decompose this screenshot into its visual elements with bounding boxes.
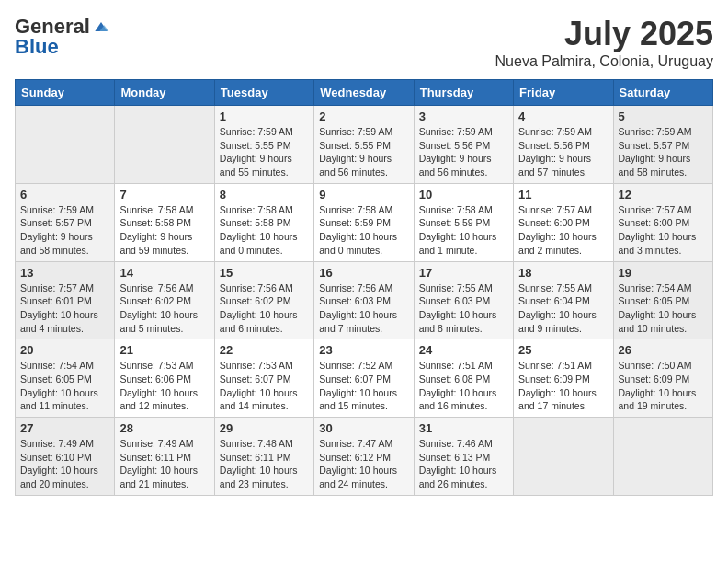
logo: General Blue — [15, 15, 110, 59]
day-number: 5 — [619, 109, 708, 123]
calendar-cell: 22Sunrise: 7:53 AM Sunset: 6:07 PM Dayli… — [214, 339, 313, 418]
day-number: 31 — [419, 421, 508, 435]
page-header: General Blue July 2025 Nueva Palmira, Co… — [15, 15, 713, 70]
day-number: 23 — [319, 343, 408, 357]
day-info: Sunrise: 7:58 AM Sunset: 5:59 PM Dayligh… — [319, 203, 408, 258]
calendar-week-row: 20Sunrise: 7:54 AM Sunset: 6:05 PM Dayli… — [16, 339, 713, 418]
calendar-week-row: 1Sunrise: 7:59 AM Sunset: 5:55 PM Daylig… — [16, 106, 713, 184]
weekday-header-friday: Friday — [514, 80, 613, 106]
calendar-cell: 11Sunrise: 7:57 AM Sunset: 6:00 PM Dayli… — [514, 183, 613, 261]
day-number: 16 — [319, 266, 408, 280]
calendar-cell: 30Sunrise: 7:47 AM Sunset: 6:12 PM Dayli… — [314, 418, 414, 496]
day-number: 15 — [220, 266, 309, 280]
calendar-cell: 8Sunrise: 7:58 AM Sunset: 5:58 PM Daylig… — [214, 183, 313, 261]
day-number: 30 — [319, 421, 408, 435]
calendar-cell: 16Sunrise: 7:56 AM Sunset: 6:03 PM Dayli… — [314, 261, 414, 339]
calendar-cell: 18Sunrise: 7:55 AM Sunset: 6:04 PM Dayli… — [514, 261, 613, 339]
calendar-cell — [514, 418, 613, 496]
day-info: Sunrise: 7:47 AM Sunset: 6:12 PM Dayligh… — [319, 437, 408, 491]
calendar-cell — [613, 418, 712, 496]
day-number: 8 — [220, 188, 309, 201]
day-info: Sunrise: 7:49 AM Sunset: 6:11 PM Dayligh… — [119, 437, 209, 491]
day-info: Sunrise: 7:59 AM Sunset: 5:55 PM Dayligh… — [220, 125, 309, 179]
calendar-cell: 20Sunrise: 7:54 AM Sunset: 6:05 PM Dayli… — [16, 339, 115, 418]
calendar-cell: 23Sunrise: 7:52 AM Sunset: 6:07 PM Dayli… — [314, 339, 414, 418]
day-info: Sunrise: 7:50 AM Sunset: 6:09 PM Dayligh… — [619, 359, 708, 413]
day-number: 1 — [220, 109, 309, 123]
day-info: Sunrise: 7:56 AM Sunset: 6:02 PM Dayligh… — [220, 282, 309, 336]
day-number: 11 — [518, 188, 608, 201]
day-info: Sunrise: 7:53 AM Sunset: 6:06 PM Dayligh… — [119, 359, 209, 413]
calendar-cell: 7Sunrise: 7:58 AM Sunset: 5:58 PM Daylig… — [115, 183, 214, 261]
day-number: 26 — [619, 343, 708, 357]
day-info: Sunrise: 7:59 AM Sunset: 5:57 PM Dayligh… — [20, 203, 109, 258]
weekday-header-sunday: Sunday — [16, 80, 115, 106]
calendar-cell: 3Sunrise: 7:59 AM Sunset: 5:56 PM Daylig… — [414, 106, 513, 184]
month-year-title: July 2025 — [495, 15, 713, 53]
calendar-cell: 17Sunrise: 7:55 AM Sunset: 6:03 PM Dayli… — [414, 261, 513, 339]
calendar-cell: 9Sunrise: 7:58 AM Sunset: 5:59 PM Daylig… — [314, 183, 414, 261]
day-number: 7 — [119, 188, 209, 201]
day-number: 19 — [619, 266, 708, 280]
day-number: 27 — [20, 421, 109, 435]
day-info: Sunrise: 7:58 AM Sunset: 5:58 PM Dayligh… — [220, 203, 309, 258]
calendar-cell — [16, 106, 115, 184]
title-block: July 2025 Nueva Palmira, Colonia, Urugua… — [495, 15, 713, 70]
calendar-week-row: 13Sunrise: 7:57 AM Sunset: 6:01 PM Dayli… — [16, 261, 713, 339]
day-number: 28 — [119, 421, 209, 435]
day-number: 25 — [518, 343, 608, 357]
day-info: Sunrise: 7:55 AM Sunset: 6:04 PM Dayligh… — [518, 282, 608, 336]
day-number: 29 — [220, 421, 309, 435]
day-number: 20 — [20, 343, 109, 357]
day-info: Sunrise: 7:49 AM Sunset: 6:10 PM Dayligh… — [20, 437, 109, 491]
day-info: Sunrise: 7:51 AM Sunset: 6:09 PM Dayligh… — [518, 359, 608, 413]
day-info: Sunrise: 7:59 AM Sunset: 5:56 PM Dayligh… — [419, 125, 508, 179]
calendar-cell: 31Sunrise: 7:46 AM Sunset: 6:13 PM Dayli… — [414, 418, 513, 496]
calendar-cell: 27Sunrise: 7:49 AM Sunset: 6:10 PM Dayli… — [16, 418, 115, 496]
calendar-week-row: 6Sunrise: 7:59 AM Sunset: 5:57 PM Daylig… — [16, 183, 713, 261]
weekday-header-saturday: Saturday — [613, 80, 712, 106]
calendar-cell: 6Sunrise: 7:59 AM Sunset: 5:57 PM Daylig… — [16, 183, 115, 261]
day-info: Sunrise: 7:56 AM Sunset: 6:02 PM Dayligh… — [119, 282, 209, 336]
calendar-cell: 14Sunrise: 7:56 AM Sunset: 6:02 PM Dayli… — [115, 261, 214, 339]
day-info: Sunrise: 7:58 AM Sunset: 5:58 PM Dayligh… — [119, 203, 209, 258]
day-info: Sunrise: 7:58 AM Sunset: 5:59 PM Dayligh… — [419, 203, 508, 258]
calendar-cell: 24Sunrise: 7:51 AM Sunset: 6:08 PM Dayli… — [414, 339, 513, 418]
day-info: Sunrise: 7:59 AM Sunset: 5:55 PM Dayligh… — [319, 125, 408, 179]
day-info: Sunrise: 7:48 AM Sunset: 6:11 PM Dayligh… — [220, 437, 309, 491]
day-number: 18 — [518, 266, 608, 280]
location-subtitle: Nueva Palmira, Colonia, Uruguay — [495, 53, 713, 70]
day-number: 22 — [220, 343, 309, 357]
logo-blue-text: Blue — [15, 35, 59, 59]
weekday-header-monday: Monday — [115, 80, 214, 106]
calendar-week-row: 27Sunrise: 7:49 AM Sunset: 6:10 PM Dayli… — [16, 418, 713, 496]
calendar-cell: 28Sunrise: 7:49 AM Sunset: 6:11 PM Dayli… — [115, 418, 214, 496]
day-number: 17 — [419, 266, 508, 280]
day-info: Sunrise: 7:51 AM Sunset: 6:08 PM Dayligh… — [419, 359, 508, 413]
weekday-header-wednesday: Wednesday — [314, 80, 414, 106]
day-info: Sunrise: 7:56 AM Sunset: 6:03 PM Dayligh… — [319, 282, 408, 336]
day-number: 13 — [20, 266, 109, 280]
day-info: Sunrise: 7:59 AM Sunset: 5:56 PM Dayligh… — [518, 125, 608, 179]
logo-icon — [92, 17, 110, 36]
day-info: Sunrise: 7:57 AM Sunset: 6:00 PM Dayligh… — [518, 203, 608, 258]
day-info: Sunrise: 7:55 AM Sunset: 6:03 PM Dayligh… — [419, 282, 508, 336]
calendar-cell: 13Sunrise: 7:57 AM Sunset: 6:01 PM Dayli… — [16, 261, 115, 339]
calendar-cell: 21Sunrise: 7:53 AM Sunset: 6:06 PM Dayli… — [115, 339, 214, 418]
calendar-cell: 4Sunrise: 7:59 AM Sunset: 5:56 PM Daylig… — [514, 106, 613, 184]
weekday-header-row: SundayMondayTuesdayWednesdayThursdayFrid… — [16, 80, 713, 106]
weekday-header-tuesday: Tuesday — [214, 80, 313, 106]
day-info: Sunrise: 7:54 AM Sunset: 6:05 PM Dayligh… — [619, 282, 708, 336]
day-number: 6 — [20, 188, 109, 201]
day-number: 21 — [119, 343, 209, 357]
day-number: 2 — [319, 109, 408, 123]
weekday-header-thursday: Thursday — [414, 80, 513, 106]
calendar-table: SundayMondayTuesdayWednesdayThursdayFrid… — [15, 79, 713, 496]
calendar-cell: 2Sunrise: 7:59 AM Sunset: 5:55 PM Daylig… — [314, 106, 414, 184]
day-info: Sunrise: 7:52 AM Sunset: 6:07 PM Dayligh… — [319, 359, 408, 413]
day-info: Sunrise: 7:57 AM Sunset: 6:01 PM Dayligh… — [20, 282, 109, 336]
day-info: Sunrise: 7:57 AM Sunset: 6:00 PM Dayligh… — [619, 203, 708, 258]
calendar-cell: 1Sunrise: 7:59 AM Sunset: 5:55 PM Daylig… — [214, 106, 313, 184]
calendar-cell: 29Sunrise: 7:48 AM Sunset: 6:11 PM Dayli… — [214, 418, 313, 496]
calendar-cell — [115, 106, 214, 184]
